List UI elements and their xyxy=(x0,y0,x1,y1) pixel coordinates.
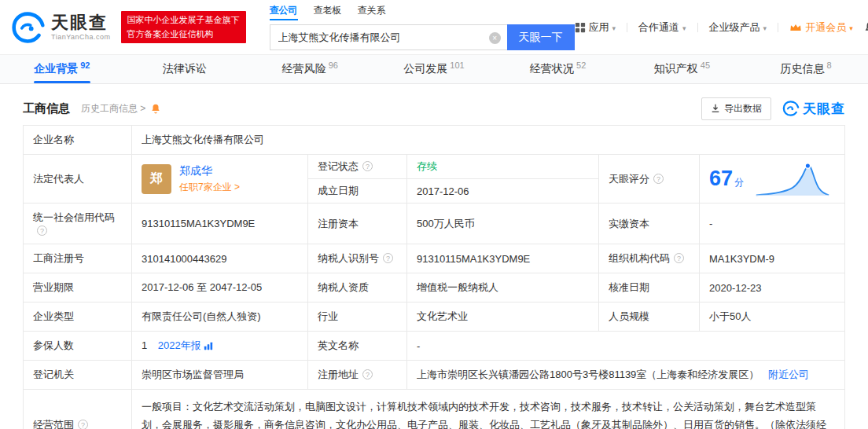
field-label: 核准日期 xyxy=(599,273,700,302)
established-date: 2017-12-06 xyxy=(407,179,599,204)
score-cell: 67分 xyxy=(700,155,845,204)
table-row: 法定代表人 郑 郑成华 任职7家企业 > 登记状态 存续 天眼评分 67分 xyxy=(24,155,845,179)
tab-history[interactable]: 历史信息8 xyxy=(744,55,868,83)
business-info-table: 企业名称 上海艾熊文化传播有限公司 法定代表人 郑 郑成华 任职7家企业 > 登… xyxy=(23,125,845,429)
field-label: 营业期限 xyxy=(24,273,132,302)
info-icon[interactable] xyxy=(674,253,684,263)
info-icon[interactable] xyxy=(37,226,47,236)
notifications-bell[interactable] xyxy=(864,20,868,34)
info-icon[interactable] xyxy=(362,369,373,380)
field-label: 成立日期 xyxy=(308,179,407,204)
field-label: 企业类型 xyxy=(24,302,132,332)
field-label: 天眼评分 xyxy=(599,155,700,204)
field-label: 纳税人识别号 xyxy=(308,244,407,273)
tianyancha-logo[interactable]: 天眼查 TianYanCha.com 国家中小企业发展子基金旗下 官方备案企业征… xyxy=(11,10,246,45)
insured-count-cell: 1 2022年报 xyxy=(132,332,308,361)
search-input[interactable] xyxy=(270,25,507,50)
annual-report-link[interactable]: 2022年报 xyxy=(158,339,213,353)
tab-ip[interactable]: 知识产权45 xyxy=(620,55,745,83)
menu-apps[interactable]: 应用 xyxy=(575,20,616,35)
field-label: 人员规模 xyxy=(599,302,700,332)
field-label: 经营范围 xyxy=(24,390,132,429)
bell-icon xyxy=(864,20,868,34)
taxpayer-id: 91310115MA1K3YDM9E xyxy=(407,244,599,273)
tab-legal[interactable]: 法律诉讼 xyxy=(124,55,248,83)
field-label: 工商注册号 xyxy=(24,244,132,273)
subscribe-bell-icon[interactable] xyxy=(150,103,161,114)
divider xyxy=(627,23,627,32)
clear-icon[interactable] xyxy=(489,32,501,44)
field-label: 纳税人资质 xyxy=(308,273,407,302)
business-term: 2017-12-06 至 2047-12-05 xyxy=(132,273,308,302)
field-label: 实缴资本 xyxy=(599,204,700,244)
info-icon[interactable] xyxy=(362,161,373,171)
paid-capital: - xyxy=(700,204,845,244)
field-label: 注册地址 xyxy=(308,361,407,390)
field-label: 登记机关 xyxy=(24,361,132,390)
download-icon xyxy=(711,104,720,113)
insured-count: 1 xyxy=(142,339,147,351)
field-label: 登记状态 xyxy=(308,155,407,179)
tab-risk[interactable]: 经营风险96 xyxy=(248,55,372,83)
registration-number: 310141000443629 xyxy=(132,244,308,273)
chevron-down-icon xyxy=(612,21,616,33)
business-info-card: 工商信息 历史工商信息 > 导出数据 天眼 xyxy=(23,92,845,429)
score-curve-chart xyxy=(753,160,832,198)
legal-rep-name-link[interactable]: 郑成华 xyxy=(179,164,240,178)
menu-enterprise-products-label: 企业级产品 xyxy=(709,20,760,35)
section-title: 工商信息 xyxy=(23,101,70,116)
tianyancha-watermark: 天眼查 xyxy=(782,100,845,118)
gov-badge-line1: 国家中小企业发展子基金旗下 xyxy=(127,13,240,27)
business-scope: 一般项目：文化艺术交流活动策划，电脑图文设计，计算机技术领域内的技术开发，技术咨… xyxy=(132,390,845,429)
info-icon[interactable] xyxy=(78,420,88,429)
top-header: 天眼查 TianYanCha.com 国家中小企业发展子基金旗下 官方备案企业征… xyxy=(0,0,868,55)
export-data-button[interactable]: 导出数据 xyxy=(701,97,771,120)
field-label: 注册资本 xyxy=(308,204,407,244)
table-row: 参保人数 1 2022年报 英文名称 - xyxy=(24,332,845,361)
table-row: 经营范围 一般项目：文化艺术交流活动策划，电脑图文设计，计算机技术领域内的技术开… xyxy=(24,390,845,429)
menu-enterprise-products[interactable]: 企业级产品 xyxy=(709,20,767,35)
chart-icon xyxy=(204,341,213,350)
tab-operating[interactable]: 经营状况52 xyxy=(496,55,620,83)
chevron-down-icon xyxy=(849,21,853,33)
search-tab-relation[interactable]: 查关系 xyxy=(358,4,386,20)
nearby-companies-link[interactable]: 附近公司 xyxy=(768,368,809,380)
tab-background[interactable]: 企业背景92 xyxy=(0,55,124,83)
company-type: 有限责任公司(自然人独资) xyxy=(132,302,308,332)
field-label: 参保人数 xyxy=(24,332,132,361)
english-name: - xyxy=(407,332,845,361)
chevron-down-icon xyxy=(682,21,686,33)
search-area: 查公司 查老板 查关系 天眼一下 xyxy=(270,4,575,50)
history-info-link[interactable]: 历史工商信息 > xyxy=(81,102,145,116)
field-label: 法定代表人 xyxy=(24,155,132,204)
info-icon[interactable] xyxy=(653,174,664,184)
taxpayer-quality: 增值税一般纳税人 xyxy=(407,273,599,302)
search-tab-boss[interactable]: 查老板 xyxy=(314,4,342,20)
table-row: 统一社会信用代码 91310115MA1K3YDM9E 注册资本 500万人民币… xyxy=(24,204,845,244)
info-icon[interactable] xyxy=(383,253,393,263)
crown-icon xyxy=(789,23,802,32)
tab-development[interactable]: 公司发展101 xyxy=(372,55,496,83)
gov-badge: 国家中小企业发展子基金旗下 官方备案企业征信机构 xyxy=(121,11,246,42)
field-label: 统一社会信用代码 xyxy=(24,204,132,244)
grid-icon xyxy=(575,22,586,33)
registration-status: 存续 xyxy=(407,155,599,179)
search-tab-company[interactable]: 查公司 xyxy=(270,4,298,20)
menu-vip[interactable]: 开通会员 xyxy=(789,20,853,35)
gov-badge-line2: 官方备案企业征信机构 xyxy=(127,28,240,41)
industry: 文化艺术业 xyxy=(407,302,599,332)
registered-address: 上海市崇明区长兴镇潘园公路1800号3号楼81139室（上海泰和经济发展区） xyxy=(417,368,759,380)
legal-rep-avatar[interactable]: 郑 xyxy=(142,164,171,194)
tianyancha-logo-icon xyxy=(11,10,46,45)
registered-address-cell: 上海市崇明区长兴镇潘园公路1800号3号楼81139室（上海泰和经济发展区） 附… xyxy=(407,361,845,390)
staff-size: 小于50人 xyxy=(700,302,845,332)
tianyan-score[interactable]: 67分 xyxy=(709,160,835,198)
menu-cooperation[interactable]: 合作通道 xyxy=(638,20,686,35)
menu-cooperation-label: 合作通道 xyxy=(638,20,679,35)
legal-rep-cell: 郑 郑成华 任职7家企业 > xyxy=(132,155,308,204)
legal-rep-companies-link[interactable]: 任职7家企业 > xyxy=(179,181,240,194)
search-button[interactable]: 天眼一下 xyxy=(507,24,575,50)
brand-domain: TianYanCha.com xyxy=(51,33,111,41)
chevron-down-icon xyxy=(763,21,767,33)
field-label: 行业 xyxy=(308,302,407,332)
